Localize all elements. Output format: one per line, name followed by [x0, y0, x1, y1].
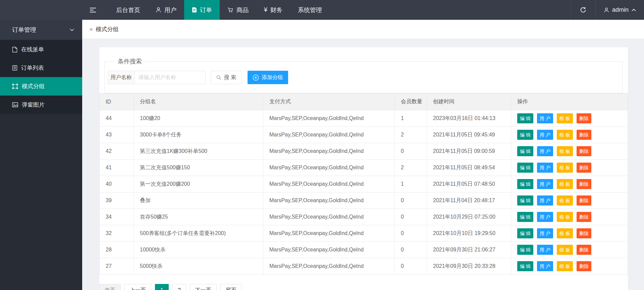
- user-button[interactable]: 用 户: [537, 195, 553, 206]
- nav-item-system[interactable]: 系统管理: [290, 0, 330, 20]
- edit-button[interactable]: 编 辑: [517, 261, 533, 271]
- cell-id: 43: [100, 127, 134, 143]
- template-button[interactable]: 模 板: [557, 113, 573, 123]
- content-card: 条件搜索 用户名称 搜 索 添加分组: [99, 47, 628, 290]
- user-button[interactable]: 用 户: [537, 179, 553, 189]
- top-nav: 后台首页 用户 订单 商品 ¥ 财务 系统管理: [108, 0, 330, 20]
- delete-button[interactable]: 删除: [577, 163, 591, 173]
- user-button[interactable]: 用 户: [537, 261, 553, 271]
- template-button[interactable]: 模 板: [557, 228, 573, 238]
- nav-item-home[interactable]: 后台首页: [108, 0, 148, 20]
- edit-button[interactable]: 编 辑: [517, 228, 533, 238]
- delete-button[interactable]: 删除: [577, 113, 591, 123]
- template-button[interactable]: 模 板: [557, 245, 573, 255]
- cell-actions: 编 辑用 户模 板删除: [511, 258, 628, 275]
- user-button[interactable]: 用 户: [537, 130, 553, 140]
- cell-created-time: 2021年09月30日 20:33:28: [427, 258, 511, 275]
- delete-button[interactable]: 删除: [577, 195, 591, 206]
- refresh-button[interactable]: [571, 0, 596, 20]
- cell-member-count: 0: [395, 225, 427, 242]
- page-last[interactable]: 尾页: [220, 284, 242, 290]
- template-button[interactable]: 模 板: [557, 146, 573, 156]
- nav-label: 后台首页: [116, 6, 140, 14]
- page-2[interactable]: 2: [172, 284, 186, 290]
- template-button[interactable]: 模 板: [557, 163, 573, 173]
- cell-member-count: 1: [395, 176, 427, 192]
- template-button[interactable]: 模 板: [557, 130, 573, 140]
- nav-item-orders[interactable]: 订单: [184, 0, 220, 20]
- cell-pay-methods: MarsPay,SEP,Oceanpay,GoldInd,QeInd: [263, 143, 395, 160]
- sidebar-group-order-management[interactable]: 订单管理: [0, 20, 82, 40]
- page-prev[interactable]: 上一页: [124, 284, 151, 290]
- page-title: 模式分组: [96, 25, 118, 33]
- cell-group-name: 10000快杀: [134, 242, 263, 258]
- nav-item-users[interactable]: 用户: [148, 0, 184, 20]
- template-button[interactable]: 模 板: [557, 261, 573, 271]
- cell-actions: 编 辑用 户模 板删除: [511, 160, 628, 176]
- delete-button[interactable]: 删除: [577, 245, 591, 255]
- username-field-label: 用户名称: [108, 71, 135, 84]
- col-member-count: 会员数量: [395, 94, 427, 110]
- sidebar-item-online-dispatch[interactable]: 在线派单: [0, 40, 82, 59]
- cell-member-count: 1: [395, 110, 427, 127]
- search-icon: [216, 75, 221, 80]
- template-button[interactable]: 模 板: [557, 179, 573, 189]
- edit-button[interactable]: 编 辑: [517, 146, 533, 156]
- page-1[interactable]: 1: [155, 284, 169, 290]
- list-icon: [12, 65, 17, 71]
- delete-button[interactable]: 删除: [577, 179, 591, 189]
- user-button[interactable]: 用 户: [537, 245, 553, 255]
- user-button[interactable]: 用 户: [537, 146, 553, 156]
- nav-item-goods[interactable]: 商品: [220, 0, 256, 20]
- table-row: 41 第二次充值500赚150 MarsPay,SEP,Oceanpay,Gol…: [100, 160, 628, 176]
- file-icon: [12, 47, 17, 53]
- nav-item-finance[interactable]: ¥ 财务: [256, 0, 290, 20]
- edit-button[interactable]: 编 辑: [517, 163, 533, 173]
- plus-circle-icon: [253, 74, 259, 81]
- cell-actions: 编 辑用 户模 板删除: [511, 110, 628, 127]
- user-button[interactable]: 用 户: [537, 113, 553, 123]
- edit-button[interactable]: 编 辑: [517, 212, 533, 222]
- cell-id: 32: [100, 225, 134, 242]
- nav-label: 订单: [200, 6, 212, 14]
- cell-actions: 编 辑用 户模 板删除: [511, 127, 628, 143]
- cell-member-count: 2: [395, 127, 427, 143]
- edit-button[interactable]: 编 辑: [517, 245, 533, 255]
- page-next[interactable]: 下一页: [190, 284, 217, 290]
- cell-group-name: 叠加: [134, 192, 263, 209]
- sidebar-item-mode-groups[interactable]: 模式分组: [0, 77, 82, 96]
- delete-button[interactable]: 删除: [577, 130, 591, 140]
- add-group-button[interactable]: 添加分组: [248, 71, 288, 84]
- edit-button[interactable]: 编 辑: [517, 195, 533, 206]
- top-header: 后台首页 用户 订单 商品 ¥ 财务 系统管理: [0, 0, 644, 20]
- sidebar-item-order-list[interactable]: 订单列表: [0, 59, 82, 77]
- cell-member-count: 0: [395, 143, 427, 160]
- template-button[interactable]: 模 板: [557, 212, 573, 222]
- user-menu[interactable]: admin: [596, 0, 644, 20]
- table-row: 39 叠加 MarsPay,SEP,Oceanpay,GoldInd,QeInd…: [100, 192, 628, 209]
- username-input[interactable]: [135, 71, 206, 84]
- user-button[interactable]: 用 户: [537, 212, 553, 222]
- table-row: 43 3000卡单8个任务 MarsPay,SEP,Oceanpay,GoldI…: [100, 127, 628, 143]
- sidebar-item-label: 订单列表: [21, 64, 44, 72]
- search-button[interactable]: 搜 索: [211, 71, 241, 84]
- delete-button[interactable]: 删除: [577, 261, 591, 271]
- page-first[interactable]: 首页: [99, 284, 121, 290]
- cell-id: 39: [100, 192, 134, 209]
- nav-label: 财务: [270, 6, 282, 14]
- sidebar-item-popup-image[interactable]: 弹窗图片: [0, 96, 82, 114]
- cell-pay-methods: MarsPay,SEP,Oceanpay,GoldInd,QeInd: [263, 225, 395, 242]
- edit-button[interactable]: 编 辑: [517, 113, 533, 123]
- sidebar-collapse-button[interactable]: [82, 0, 104, 20]
- user-button[interactable]: 用 户: [537, 163, 553, 173]
- cell-created-time: 2021年11月05日 09:00:59: [427, 143, 511, 160]
- edit-button[interactable]: 编 辑: [517, 130, 533, 140]
- delete-button[interactable]: 删除: [577, 212, 591, 222]
- user-button[interactable]: 用 户: [537, 228, 553, 238]
- delete-button[interactable]: 删除: [577, 228, 591, 238]
- delete-button[interactable]: 删除: [577, 146, 591, 156]
- edit-button[interactable]: 编 辑: [517, 179, 533, 189]
- template-button[interactable]: 模 板: [557, 195, 573, 206]
- breadcrumb-separator-icon: »: [90, 26, 93, 33]
- cell-pay-methods: MarsPay,SEP,Oceanpay,GoldInd,QeInd: [263, 176, 395, 192]
